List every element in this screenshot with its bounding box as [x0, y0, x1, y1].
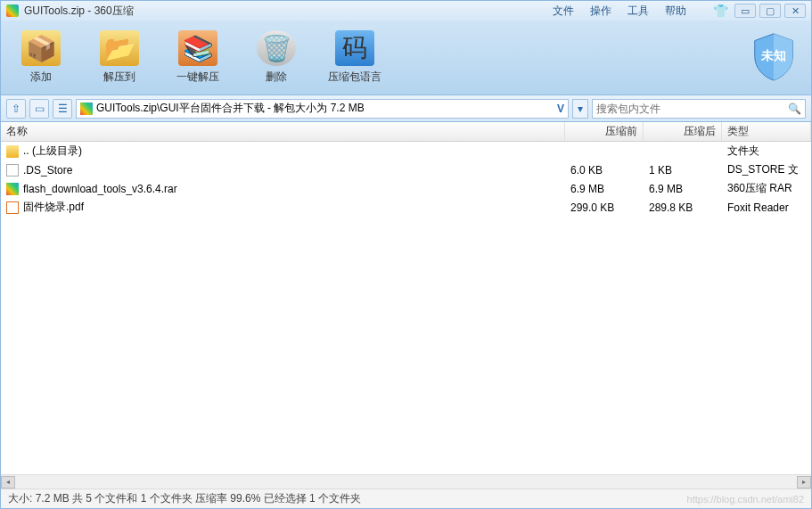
oneclick-extract-button[interactable]: 📚 一键解压 [167, 30, 229, 85]
path-dropdown-icon[interactable]: V [557, 103, 564, 115]
pdf-icon [6, 201, 19, 214]
file-type: DS_STORE 文 [722, 162, 811, 177]
lang-label: 压缩包语言 [328, 70, 381, 85]
window-title: GUITools.zip - 360压缩 [24, 4, 134, 19]
maximize-button[interactable]: ▢ [759, 4, 781, 18]
file-name: 固件烧录.pdf [23, 200, 84, 215]
scroll-right-button[interactable]: ▸ [797, 476, 811, 488]
path-history-button[interactable]: ▾ [572, 99, 588, 119]
lang-icon: 码 [335, 30, 374, 66]
extract-label: 解压到 [103, 70, 135, 85]
file-after: 6.9 MB [644, 183, 722, 195]
folder-icon [6, 145, 19, 158]
security-shield[interactable]: 未知 [747, 29, 800, 83]
list-item[interactable]: .DS_Store 6.0 KB 1 KB DS_STORE 文 [1, 160, 811, 179]
close-button[interactable]: ✕ [784, 4, 806, 18]
menu-file[interactable]: 文件 [553, 4, 574, 19]
minimize-button[interactable]: ▭ [734, 4, 756, 18]
extract-button[interactable]: 📂 解压到 [88, 30, 151, 85]
horizontal-scrollbar[interactable]: ◂ ▸ [1, 474, 811, 488]
file-before: 6.9 MB [565, 183, 644, 195]
col-before-header[interactable]: 压缩前 [565, 122, 644, 141]
file-name: flash_download_tools_v3.6.4.rar [23, 183, 177, 195]
col-name-header[interactable]: 名称 [1, 122, 565, 141]
window-controls: 👕 ▭ ▢ ✕ [709, 4, 806, 18]
file-icon [6, 164, 19, 177]
file-before: 6.0 KB [565, 164, 644, 177]
extract-icon: 📂 [100, 30, 139, 66]
file-after: 1 KB [644, 164, 722, 177]
delete-button[interactable]: 🗑️ 删除 [245, 30, 308, 85]
column-headers: 名称 压缩前 压缩后 类型 [1, 122, 811, 142]
file-after: 289.8 KB [644, 201, 722, 214]
search-box[interactable]: 🔍 [592, 99, 806, 119]
file-list: .. (上级目录) 文件夹 .DS_Store 6.0 KB 1 KB DS_S… [1, 142, 811, 474]
file-type: Foxit Reader [722, 201, 811, 214]
delete-label: 删除 [266, 70, 287, 85]
view-list-button[interactable]: ☰ [53, 99, 72, 119]
status-text: 大小: 7.2 MB 共 5 个文件和 1 个文件夹 压缩率 99.6% 已经选… [8, 491, 361, 506]
col-type-header[interactable]: 类型 [722, 122, 811, 141]
titlebar: GUITools.zip - 360压缩 文件 操作 工具 帮助 👕 ▭ ▢ ✕ [1, 1, 811, 21]
list-item[interactable]: flash_download_tools_v3.6.4.rar 6.9 MB 6… [1, 179, 811, 198]
app-icon [6, 4, 19, 17]
up-button[interactable]: ⇧ [6, 99, 26, 119]
col-after-header[interactable]: 压缩后 [644, 122, 722, 141]
file-type: 文件夹 [722, 144, 811, 159]
scroll-track[interactable] [15, 476, 797, 488]
path-input[interactable]: GUITools.zip\GUI平台固件合并下载 - 解包大小为 7.2 MB … [76, 99, 569, 119]
search-icon[interactable]: 🔍 [788, 103, 801, 115]
menu-tools[interactable]: 工具 [627, 4, 649, 19]
add-icon: 📦 [21, 30, 61, 66]
skin-icon[interactable]: 👕 [709, 4, 731, 18]
file-name: .DS_Store [23, 164, 72, 177]
view-rect-button[interactable]: ▭ [29, 99, 49, 119]
menubar: 文件 操作 工具 帮助 [553, 4, 686, 19]
path-text: GUITools.zip\GUI平台固件合并下载 - 解包大小为 7.2 MB [96, 101, 554, 116]
oneclick-label: 一键解压 [176, 70, 219, 85]
menu-operation[interactable]: 操作 [590, 4, 611, 19]
toolbar: 📦 添加 📂 解压到 📚 一键解压 🗑️ 删除 码 压缩包语言 未知 [1, 21, 811, 95]
delete-icon: 🗑️ [257, 30, 296, 66]
add-button[interactable]: 📦 添加 [10, 30, 72, 85]
watermark: https://blog.csdn.net/ami82 [687, 494, 804, 505]
shield-label: 未知 [761, 48, 786, 64]
menu-help[interactable]: 帮助 [665, 4, 686, 19]
scroll-left-button[interactable]: ◂ [1, 476, 15, 488]
list-item[interactable]: .. (上级目录) 文件夹 [1, 142, 811, 160]
list-item[interactable]: 固件烧录.pdf 299.0 KB 289.8 KB Foxit Reader [1, 198, 811, 217]
file-name: .. (上级目录) [23, 144, 82, 159]
archive-icon [80, 103, 93, 115]
statusbar: 大小: 7.2 MB 共 5 个文件和 1 个文件夹 压缩率 99.6% 已经选… [1, 488, 811, 508]
add-label: 添加 [30, 70, 52, 85]
oneclick-icon: 📚 [178, 30, 217, 66]
search-input[interactable] [596, 103, 788, 115]
archive-file-icon [6, 183, 19, 195]
lang-button[interactable]: 码 压缩包语言 [324, 30, 386, 85]
file-type: 360压缩 RAR [722, 181, 811, 196]
file-before: 299.0 KB [565, 201, 644, 214]
navbar: ⇧ ▭ ☰ GUITools.zip\GUI平台固件合并下载 - 解包大小为 7… [1, 95, 811, 122]
